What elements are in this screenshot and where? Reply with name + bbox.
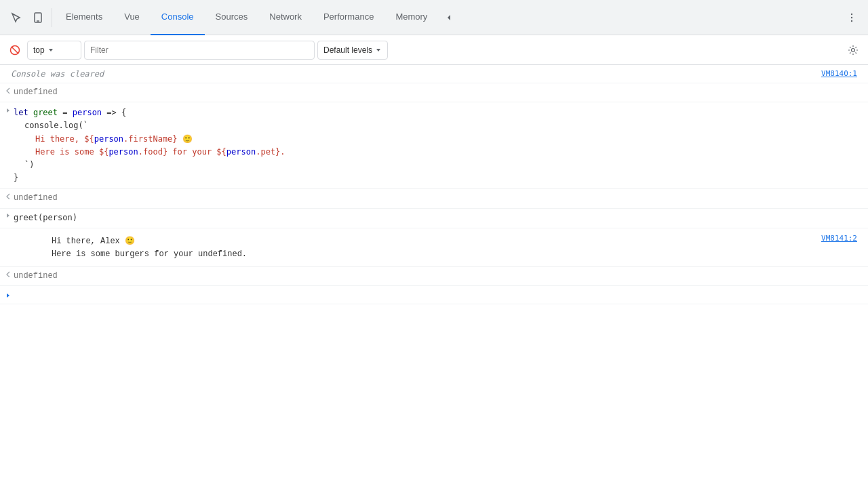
devtools-menu-btn[interactable] (841, 7, 863, 28)
chevron-down-icon (47, 47, 54, 54)
svg-point-2 (851, 13, 852, 14)
output-line-1: Hi there, Alex 🙂 (52, 235, 813, 248)
expand-indicator[interactable] (3, 104, 14, 114)
tab-elements[interactable]: Elements (55, 0, 113, 35)
console-greet-call-row: greet(person) (0, 209, 868, 228)
expand-indicator-greet[interactable] (3, 210, 14, 219)
device-toggle-btn[interactable] (27, 7, 49, 28)
svg-point-3 (851, 16, 852, 18)
console-input-row (0, 286, 868, 304)
tab-sources[interactable]: Sources (205, 0, 259, 35)
console-output-text: Hi there, Alex 🙂 Here is some burgers fo… (14, 231, 816, 264)
greet-function-code: let greet = person => { console.log(` Hi… (14, 104, 868, 187)
console-undefined-row-2: undefined (0, 189, 868, 208)
svg-point-7 (852, 48, 855, 52)
console-output-row: Hi there, Alex 🙂 Here is some burgers fo… (0, 228, 868, 267)
tab-memory[interactable]: Memory (384, 0, 438, 35)
tab-performance[interactable]: Performance (313, 0, 384, 35)
levels-selector[interactable]: Default levels (317, 41, 388, 60)
svg-line-6 (12, 47, 18, 54)
context-selector[interactable]: top (27, 41, 81, 60)
console-undefined-row-3: undefined (0, 267, 868, 286)
tab-network[interactable]: Network (258, 0, 313, 35)
return-indicator-1 (3, 85, 14, 94)
greet-call-code: greet(person) (14, 210, 868, 226)
tab-console[interactable]: Console (151, 0, 205, 35)
toolbar-separator (52, 8, 52, 27)
output-line-2: Here is some burgers for your undefined. (52, 248, 813, 261)
console-input-field[interactable] (14, 289, 868, 301)
return-indicator-3 (3, 268, 14, 277)
devtools-toolbar: Elements Vue Console Sources Network Per… (0, 0, 868, 35)
undefined-value-2: undefined (14, 190, 868, 206)
levels-chevron-icon (375, 47, 382, 54)
console-cleared-row: Console was cleared VM8140:1 (0, 65, 868, 83)
return-indicator-2 (3, 190, 14, 199)
console-code-row: let greet = person => { console.log(` Hi… (0, 102, 868, 189)
console-output: Console was cleared VM8140:1 undefined l… (0, 65, 868, 488)
clear-console-btn[interactable] (5, 41, 24, 60)
cursor-tool-btn[interactable] (5, 7, 27, 28)
console-undefined-row-1: undefined (0, 83, 868, 102)
vm-link-1[interactable]: VM8140:1 (821, 69, 857, 78)
filter-input[interactable] (84, 41, 315, 60)
more-tabs-btn[interactable] (438, 7, 460, 28)
prompt-indicator (3, 291, 14, 299)
output-indicator (3, 231, 14, 233)
svg-point-4 (851, 20, 852, 21)
tab-vue[interactable]: Vue (113, 0, 151, 35)
vm-link-2[interactable]: VM8141:2 (816, 231, 868, 245)
undefined-value-1: undefined (14, 85, 868, 100)
console-toolbar: top Default levels (0, 35, 868, 65)
console-settings-btn[interactable] (844, 41, 863, 60)
undefined-value-3: undefined (14, 268, 868, 284)
